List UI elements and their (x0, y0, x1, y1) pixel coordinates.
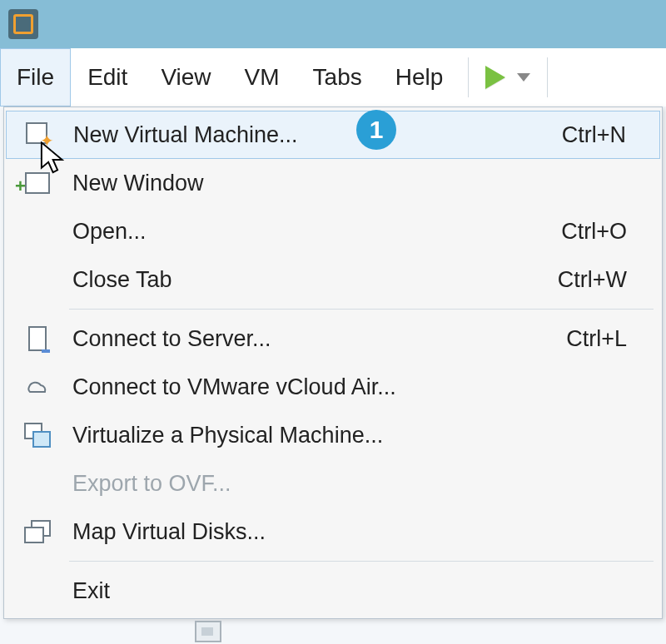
menu-item-new-window[interactable]: New Window (6, 159, 660, 207)
new-vm-icon (26, 122, 51, 147)
annotation-badge-1: 1 (356, 110, 396, 150)
menu-item-label: New Virtual Machine... (70, 122, 562, 148)
menu-item-shortcut: Ctrl+L (566, 326, 660, 352)
vmware-app-icon-inner (13, 14, 33, 34)
menu-item-label: Map Virtual Disks... (69, 519, 627, 545)
menu-item-connect-to-server[interactable]: Connect to Server... Ctrl+L (6, 315, 660, 363)
menu-item-shortcut: Ctrl+O (561, 219, 660, 245)
menu-view[interactable]: View (144, 48, 227, 107)
menu-tabs[interactable]: Tabs (296, 48, 379, 107)
map-disks-icon (24, 520, 51, 543)
file-menu-dropdown: New Virtual Machine... Ctrl+N New Window… (3, 107, 663, 619)
menu-item-label: Export to OVF... (69, 471, 627, 497)
menu-item-label: Exit (69, 578, 627, 604)
menu-vm[interactable]: VM (228, 48, 296, 107)
menu-separator (69, 561, 654, 562)
menu-item-open[interactable]: Open... Ctrl+O (6, 207, 660, 255)
menu-item-close-tab[interactable]: Close Tab Ctrl+W (6, 255, 660, 304)
menu-item-label: Virtualize a Physical Machine... (69, 423, 627, 448)
menu-item-new-virtual-machine[interactable]: New Virtual Machine... Ctrl+N (6, 111, 660, 159)
menu-item-label: Connect to VMware vCloud Air... (69, 374, 627, 400)
play-icon (485, 66, 505, 89)
virtualize-icon (24, 423, 51, 448)
menu-item-export-ovf: Export to OVF... (6, 459, 660, 508)
menu-item-label: Open... (69, 219, 561, 245)
menu-item-label: New Window (69, 171, 627, 196)
menu-help[interactable]: Help (379, 48, 460, 107)
menu-edit[interactable]: Edit (71, 48, 144, 107)
titlebar (0, 0, 666, 48)
menu-separator (69, 309, 654, 310)
taskbar-fragment (195, 621, 221, 642)
menubar-divider-2 (547, 57, 548, 97)
menu-item-label: Connect to Server... (69, 326, 566, 352)
dropdown-caret-icon[interactable] (517, 73, 530, 82)
menubar: File Edit View VM Tabs Help (0, 48, 666, 107)
menu-item-label: Close Tab (69, 267, 558, 293)
menu-item-map-virtual-disks[interactable]: Map Virtual Disks... (6, 508, 660, 556)
menu-item-connect-vcloud-air[interactable]: Connect to VMware vCloud Air... (6, 363, 660, 411)
menu-item-virtualize-physical-machine[interactable]: Virtualize a Physical Machine... (6, 411, 660, 459)
new-window-icon (25, 172, 50, 194)
server-icon (28, 326, 47, 351)
menu-item-shortcut: Ctrl+W (558, 267, 660, 293)
vmware-app-icon (8, 9, 38, 39)
cloud-icon (24, 379, 51, 395)
menubar-divider (468, 57, 469, 97)
menu-item-exit[interactable]: Exit (6, 567, 660, 615)
power-on-button[interactable] (477, 66, 539, 89)
menu-item-shortcut: Ctrl+N (562, 122, 659, 148)
menu-file[interactable]: File (0, 48, 71, 107)
